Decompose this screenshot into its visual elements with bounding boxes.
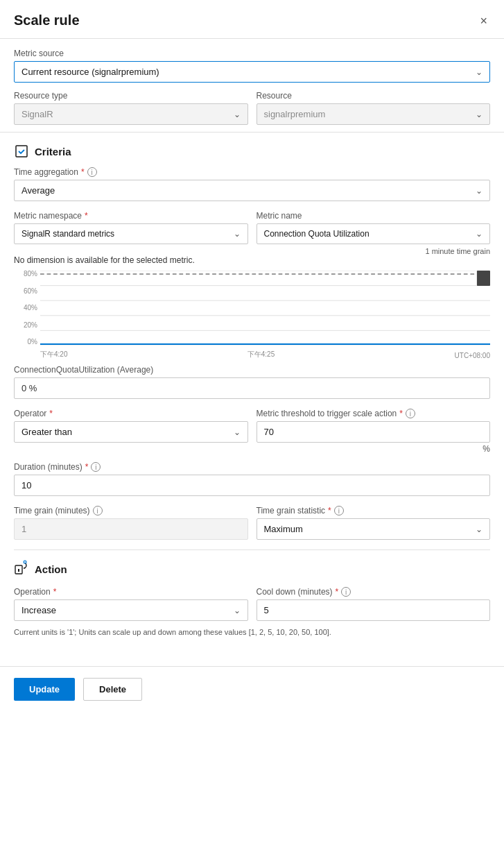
resource-label: Resource <box>257 91 491 101</box>
panel-header: Scale rule × <box>0 0 504 39</box>
time-grain-note: 1 minute time grain <box>14 247 490 255</box>
duration-info-icon[interactable]: i <box>91 462 101 472</box>
resource-type-dropdown[interactable]: SignalR ⌄ <box>14 103 248 125</box>
svg-rect-11 <box>18 569 19 572</box>
svg-rect-8 <box>477 271 490 286</box>
resource-type-arrow: ⌄ <box>234 110 241 119</box>
cool-down-info-icon[interactable]: i <box>341 587 351 597</box>
delete-button[interactable]: Delete <box>83 678 142 701</box>
chart-x-labels: 下午4:20 下午4:25 UTC+08:00 <box>40 346 490 361</box>
time-aggregation-value: Average <box>21 185 55 196</box>
operation-label: Operation * <box>14 587 248 597</box>
time-grain-statistic-field: Time grain statistic * i Maximum ⌄ <box>257 506 491 540</box>
section-divider <box>14 549 490 550</box>
metric-namespace-dropdown[interactable]: SignalR standard metrics ⌄ <box>14 223 248 244</box>
metric-name-value: Connection Quota Utilization <box>264 229 370 239</box>
duration-label: Duration (minutes) * i <box>14 462 490 472</box>
operation-arrow: ⌄ <box>234 606 241 615</box>
metric-threshold-input[interactable] <box>257 421 491 443</box>
metric-name-field: Metric name Connection Quota Utilization… <box>257 211 491 244</box>
time-aggregation-dropdown[interactable]: Average ⌄ <box>14 180 490 201</box>
time-grain-minutes-value: 1 <box>14 518 248 540</box>
time-agg-arrow: ⌄ <box>476 186 483 196</box>
action-heading: Action <box>14 560 490 579</box>
criteria-title: Criteria <box>35 146 71 157</box>
duration-input[interactable] <box>14 475 490 496</box>
operator-arrow: ⌄ <box>234 427 241 437</box>
metric-name-dropdown[interactable]: Connection Quota Utilization ⌄ <box>257 223 491 244</box>
time-grain-row: Time grain (minutes) i 1 Time grain stat… <box>14 506 490 540</box>
bottom-bar: Update Delete <box>0 666 504 712</box>
time-agg-info-icon[interactable]: i <box>87 167 97 177</box>
operator-value: Greater than <box>21 427 72 437</box>
chart-y-0: 0% <box>28 339 37 346</box>
close-button[interactable]: × <box>477 13 490 28</box>
operation-cooldown-row: Operation * Increase ⌄ Cool down (minute… <box>14 587 490 621</box>
metric-threshold-field: Metric threshold to trigger scale action… <box>257 409 491 454</box>
units-note: Current units is '1'; Units can scale up… <box>14 627 490 638</box>
scale-rule-panel: Scale rule × Metric source Current resou… <box>0 0 504 852</box>
metric-threshold-unit: % <box>257 444 491 454</box>
operator-threshold-row: Operator * Greater than ⌄ Metric thresho… <box>14 409 490 454</box>
metric-source-label: Metric source <box>14 49 490 58</box>
no-dimension-msg: No dimension is available for the select… <box>14 255 490 265</box>
duration-section: Duration (minutes) * i <box>14 462 490 496</box>
resource-type-label: Resource type <box>14 91 248 101</box>
metric-source-dropdown[interactable]: Current resource (signalrpremium) ⌄ <box>14 61 490 83</box>
resource-value: signalrpremium <box>264 109 326 119</box>
resource-row: Resource type SignalR ⌄ Resource signalr… <box>14 91 490 125</box>
time-grain-statistic-value: Maximum <box>264 524 303 534</box>
chart-y-labels: 80% 60% 40% 20% 0% <box>14 271 40 346</box>
metric-namespace-field: Metric namespace * SignalR standard metr… <box>14 211 248 244</box>
cool-down-input[interactable] <box>257 599 491 621</box>
panel-title: Scale rule <box>14 12 80 28</box>
chart-utc: UTC+08:00 <box>455 352 490 359</box>
metric-source-section: Metric source Current resource (signalrp… <box>0 39 504 133</box>
criteria-icon <box>14 144 29 159</box>
resource-type-value: SignalR <box>21 109 53 119</box>
metric-namespace-arrow: ⌄ <box>234 229 241 239</box>
metric-namespace-name-row: Metric namespace * SignalR standard metr… <box>14 211 490 244</box>
chart-y-20: 20% <box>24 322 37 329</box>
operator-dropdown[interactable]: Greater than ⌄ <box>14 421 248 443</box>
resource-arrow: ⌄ <box>476 110 483 119</box>
time-grain-stat-arrow: ⌄ <box>476 525 483 534</box>
action-title: Action <box>35 563 67 575</box>
operation-field: Operation * Increase ⌄ <box>14 587 248 621</box>
metric-namespace-label: Metric namespace * <box>14 211 248 221</box>
panel-body: Criteria Time aggregation * i Average ⌄ <box>0 133 504 659</box>
time-grain-statistic-dropdown[interactable]: Maximum ⌄ <box>257 518 491 540</box>
cool-down-field: Cool down (minutes) * i <box>257 587 491 621</box>
metric-source-value: Current resource (signalrpremium) <box>21 67 159 77</box>
metric-threshold-info-icon[interactable]: i <box>406 409 415 418</box>
cool-down-label: Cool down (minutes) * i <box>257 587 491 597</box>
time-grain-statistic-label: Time grain statistic * i <box>257 506 491 516</box>
action-icon <box>14 560 29 579</box>
time-agg-required: * <box>81 167 85 177</box>
chart-x-420: 下午4:20 <box>40 350 67 359</box>
operation-dropdown[interactable]: Increase ⌄ <box>14 599 248 621</box>
resource-dropdown[interactable]: signalrpremium ⌄ <box>257 103 491 125</box>
operator-label: Operator * <box>14 409 248 418</box>
update-button[interactable]: Update <box>14 678 75 701</box>
criteria-section: Criteria Time aggregation * i Average ⌄ <box>14 144 490 399</box>
time-aggregation-label: Time aggregation * i <box>14 167 490 177</box>
chart-y-60: 60% <box>24 288 37 295</box>
metric-namespace-value: SignalR standard metrics <box>21 229 114 239</box>
metric-value-box: 0 % <box>14 377 490 399</box>
action-section: Action Operation * Increase ⌄ Cool d <box>14 560 490 638</box>
metric-value-label: ConnectionQuotaUtilization (Average) <box>14 365 490 375</box>
time-grain-minutes-label: Time grain (minutes) i <box>14 506 248 516</box>
chart-y-80: 80% <box>24 271 37 278</box>
metric-threshold-label: Metric threshold to trigger scale action… <box>257 409 491 418</box>
time-grain-stat-info-icon[interactable]: i <box>334 506 344 516</box>
chart-x-425: 下午4:25 <box>247 350 275 359</box>
time-grain-minutes-field: Time grain (minutes) i 1 <box>14 506 248 540</box>
time-grain-info-icon[interactable]: i <box>93 506 103 516</box>
svg-rect-0 <box>16 146 27 157</box>
metric-name-label: Metric name <box>257 211 491 221</box>
chart-y-40: 40% <box>24 305 37 312</box>
time-aggregation-section: Time aggregation * i Average ⌄ <box>14 167 490 201</box>
metric-source-arrow: ⌄ <box>476 67 483 77</box>
chart-svg-area <box>40 271 490 346</box>
